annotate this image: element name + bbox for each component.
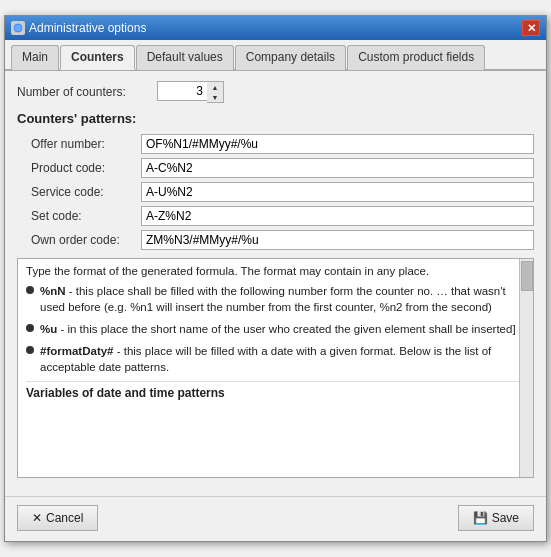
scrollbar-track[interactable] [519, 259, 533, 477]
tab-default-values[interactable]: Default values [136, 45, 234, 70]
pattern-row-4: Own order code: [17, 230, 534, 250]
info-box[interactable]: Type the format of the generated formula… [17, 258, 534, 478]
spinner-down[interactable]: ▼ [207, 92, 223, 102]
bullet-0 [26, 286, 34, 294]
pattern-input-4[interactable] [141, 230, 534, 250]
number-of-counters-row: Number of counters: ▲ ▼ [17, 81, 534, 103]
tab-company-details[interactable]: Company details [235, 45, 346, 70]
pattern-row-0: Offer number: [17, 134, 534, 154]
spinner-up[interactable]: ▲ [207, 82, 223, 92]
info-text-1: %u - in this place the short name of the… [40, 321, 521, 337]
patterns-section: Counters' patterns: Offer number: Produc… [17, 111, 534, 250]
info-text-0: %nN - this place shall be filled with th… [40, 283, 521, 315]
scrollbar-thumb[interactable] [521, 261, 533, 291]
number-of-counters-wrap: ▲ ▼ [157, 81, 224, 103]
bullet-2 [26, 346, 34, 354]
pattern-row-3: Set code: [17, 206, 534, 226]
cancel-label: Cancel [46, 511, 83, 525]
tabs-row: Main Counters Default values Company det… [5, 40, 546, 71]
number-of-counters-input[interactable] [157, 81, 207, 101]
pattern-label-4: Own order code: [31, 233, 141, 247]
number-of-counters-label: Number of counters: [17, 85, 157, 99]
bottom-bar: ✕ Cancel 💾 Save [5, 496, 546, 541]
main-window: Administrative options ✕ Main Counters D… [4, 15, 547, 542]
tab-main[interactable]: Main [11, 45, 59, 70]
window-title: Administrative options [29, 21, 146, 35]
app-icon [11, 21, 25, 35]
pattern-input-0[interactable] [141, 134, 534, 154]
title-bar-left: Administrative options [11, 21, 146, 35]
save-icon: 💾 [473, 511, 488, 525]
info-box-inner: Type the format of the generated formula… [26, 265, 525, 400]
close-button[interactable]: ✕ [522, 20, 540, 36]
title-bar: Administrative options ✕ [5, 16, 546, 40]
pattern-row-1: Product code: [17, 158, 534, 178]
patterns-title: Counters' patterns: [17, 111, 534, 126]
variables-section: Variables of date and time patterns [26, 381, 521, 400]
save-button[interactable]: 💾 Save [458, 505, 534, 531]
pattern-label-0: Offer number: [31, 137, 141, 151]
pattern-label-3: Set code: [31, 209, 141, 223]
save-label: Save [492, 511, 519, 525]
pattern-row-2: Service code: [17, 182, 534, 202]
pattern-label-1: Product code: [31, 161, 141, 175]
pattern-input-3[interactable] [141, 206, 534, 226]
cancel-button[interactable]: ✕ Cancel [17, 505, 98, 531]
info-item-0: %nN - this place shall be filled with th… [26, 283, 521, 315]
info-intro: Type the format of the generated formula… [26, 265, 521, 277]
info-list: %nN - this place shall be filled with th… [26, 283, 521, 375]
pattern-input-1[interactable] [141, 158, 534, 178]
info-item-2: #formatDaty# - this place will be filled… [26, 343, 521, 375]
tab-counters[interactable]: Counters [60, 45, 135, 70]
number-spinner: ▲ ▼ [207, 81, 224, 103]
info-text-2: #formatDaty# - this place will be filled… [40, 343, 521, 375]
info-item-1: %u - in this place the short name of the… [26, 321, 521, 337]
pattern-input-2[interactable] [141, 182, 534, 202]
svg-point-0 [14, 24, 22, 32]
cancel-icon: ✕ [32, 511, 42, 525]
bullet-1 [26, 324, 34, 332]
tab-content: Number of counters: ▲ ▼ Counters' patter… [5, 71, 546, 496]
tab-custom-product-fields[interactable]: Custom product fields [347, 45, 485, 70]
pattern-label-2: Service code: [31, 185, 141, 199]
